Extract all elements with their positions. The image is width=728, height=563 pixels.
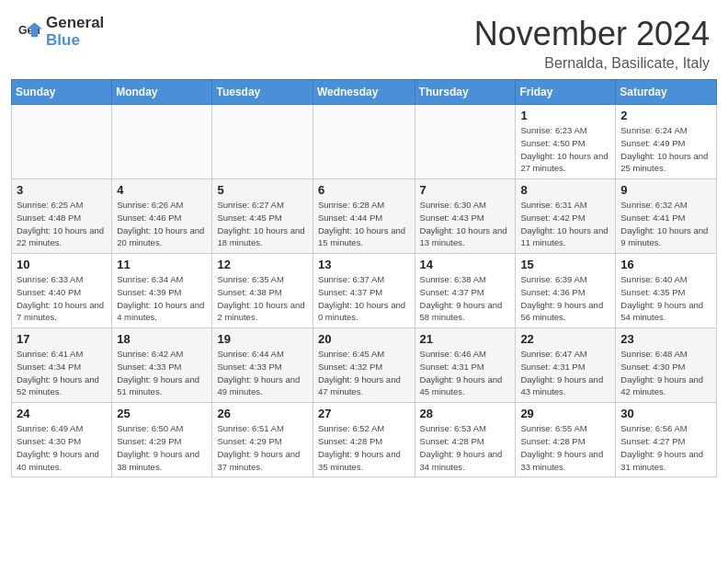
day-info: Sunrise: 6:33 AM Sunset: 4:40 PM Dayligh… <box>17 273 107 324</box>
day-number: 2 <box>620 109 711 122</box>
calendar-title: November 2024 <box>474 15 710 53</box>
day-number: 13 <box>318 258 410 271</box>
day-number: 16 <box>620 258 711 271</box>
day-number: 29 <box>520 407 610 420</box>
day-info: Sunrise: 6:30 AM Sunset: 4:43 PM Dayligh… <box>420 199 511 249</box>
day-number: 7 <box>420 183 511 197</box>
calendar-subtitle: Bernalda, Basilicate, Italy <box>474 55 710 72</box>
calendar-table: SundayMondayTuesdayWednesdayThursdayFrid… <box>11 79 717 477</box>
calendar-cell <box>12 105 112 179</box>
calendar-cell: 1Sunrise: 6:23 AM Sunset: 4:50 PM Daylig… <box>516 105 616 179</box>
day-info: Sunrise: 6:50 AM Sunset: 4:29 PM Dayligh… <box>117 422 207 473</box>
day-number: 19 <box>217 332 307 346</box>
weekday-header-thursday: Thursday <box>415 80 516 105</box>
day-number: 28 <box>420 407 511 420</box>
weekday-header-wednesday: Wednesday <box>313 80 415 105</box>
day-info: Sunrise: 6:42 AM Sunset: 4:33 PM Dayligh… <box>117 348 207 398</box>
day-number: 9 <box>620 183 711 197</box>
day-info: Sunrise: 6:49 AM Sunset: 4:30 PM Dayligh… <box>17 422 107 473</box>
logo-icon: Gen <box>18 19 44 45</box>
day-number: 1 <box>520 109 610 122</box>
calendar-cell: 29Sunrise: 6:55 AM Sunset: 4:28 PM Dayli… <box>516 403 616 477</box>
logo: Gen General Blue <box>18 15 104 49</box>
calendar-cell: 16Sunrise: 6:40 AM Sunset: 4:35 PM Dayli… <box>616 254 717 328</box>
calendar-cell: 8Sunrise: 6:31 AM Sunset: 4:42 PM Daylig… <box>516 179 616 254</box>
calendar-cell: 21Sunrise: 6:46 AM Sunset: 4:31 PM Dayli… <box>415 328 516 403</box>
calendar-cell: 15Sunrise: 6:39 AM Sunset: 4:36 PM Dayli… <box>516 254 616 328</box>
day-number: 25 <box>117 407 207 420</box>
calendar-cell: 2Sunrise: 6:24 AM Sunset: 4:49 PM Daylig… <box>616 105 717 179</box>
weekday-header-tuesday: Tuesday <box>212 80 313 105</box>
day-info: Sunrise: 6:35 AM Sunset: 4:38 PM Dayligh… <box>217 273 307 324</box>
day-number: 22 <box>520 332 610 346</box>
calendar-cell: 30Sunrise: 6:56 AM Sunset: 4:27 PM Dayli… <box>616 403 717 477</box>
day-info: Sunrise: 6:34 AM Sunset: 4:39 PM Dayligh… <box>117 273 207 324</box>
day-number: 14 <box>420 258 511 271</box>
day-info: Sunrise: 6:38 AM Sunset: 4:37 PM Dayligh… <box>420 273 511 324</box>
day-info: Sunrise: 6:28 AM Sunset: 4:44 PM Dayligh… <box>318 199 410 249</box>
calendar-header: SundayMondayTuesdayWednesdayThursdayFrid… <box>12 80 717 105</box>
day-number: 4 <box>117 183 207 197</box>
day-number: 24 <box>17 407 107 420</box>
day-info: Sunrise: 6:27 AM Sunset: 4:45 PM Dayligh… <box>217 199 307 249</box>
weekday-header-sunday: Sunday <box>12 80 112 105</box>
calendar-cell <box>112 105 212 179</box>
day-number: 12 <box>217 258 307 271</box>
calendar-cell <box>212 105 313 179</box>
calendar-week-1: 3Sunrise: 6:25 AM Sunset: 4:48 PM Daylig… <box>12 179 717 254</box>
day-info: Sunrise: 6:25 AM Sunset: 4:48 PM Dayligh… <box>17 199 107 249</box>
day-number: 6 <box>318 183 410 197</box>
day-info: Sunrise: 6:45 AM Sunset: 4:32 PM Dayligh… <box>318 348 410 398</box>
calendar-cell: 14Sunrise: 6:38 AM Sunset: 4:37 PM Dayli… <box>415 254 516 328</box>
day-info: Sunrise: 6:24 AM Sunset: 4:49 PM Dayligh… <box>620 124 711 175</box>
weekday-header-row: SundayMondayTuesdayWednesdayThursdayFrid… <box>12 80 717 105</box>
calendar-cell: 27Sunrise: 6:52 AM Sunset: 4:28 PM Dayli… <box>313 403 415 477</box>
day-info: Sunrise: 6:44 AM Sunset: 4:33 PM Dayligh… <box>217 348 307 398</box>
day-number: 8 <box>520 183 610 197</box>
day-number: 15 <box>520 258 610 271</box>
weekday-header-monday: Monday <box>112 80 212 105</box>
day-info: Sunrise: 6:39 AM Sunset: 4:36 PM Dayligh… <box>520 273 610 324</box>
calendar-cell: 4Sunrise: 6:26 AM Sunset: 4:46 PM Daylig… <box>112 179 212 254</box>
day-number: 20 <box>318 332 410 346</box>
calendar-cell <box>313 105 415 179</box>
day-info: Sunrise: 6:26 AM Sunset: 4:46 PM Dayligh… <box>117 199 207 249</box>
calendar-cell: 7Sunrise: 6:30 AM Sunset: 4:43 PM Daylig… <box>415 179 516 254</box>
calendar-cell: 25Sunrise: 6:50 AM Sunset: 4:29 PM Dayli… <box>112 403 212 477</box>
calendar-cell: 11Sunrise: 6:34 AM Sunset: 4:39 PM Dayli… <box>112 254 212 328</box>
day-number: 10 <box>17 258 107 271</box>
calendar-cell: 6Sunrise: 6:28 AM Sunset: 4:44 PM Daylig… <box>313 179 415 254</box>
page-header: Gen General Blue November 2024 Bernalda,… <box>0 0 728 79</box>
calendar-cell: 5Sunrise: 6:27 AM Sunset: 4:45 PM Daylig… <box>212 179 313 254</box>
calendar-cell: 17Sunrise: 6:41 AM Sunset: 4:34 PM Dayli… <box>12 328 112 403</box>
day-number: 26 <box>217 407 307 420</box>
day-info: Sunrise: 6:23 AM Sunset: 4:50 PM Dayligh… <box>520 124 610 175</box>
day-info: Sunrise: 6:53 AM Sunset: 4:28 PM Dayligh… <box>420 422 511 473</box>
calendar-cell: 10Sunrise: 6:33 AM Sunset: 4:40 PM Dayli… <box>12 254 112 328</box>
calendar-cell: 24Sunrise: 6:49 AM Sunset: 4:30 PM Dayli… <box>12 403 112 477</box>
logo-line2: Blue <box>46 32 104 50</box>
weekday-header-friday: Friday <box>516 80 616 105</box>
calendar-cell: 26Sunrise: 6:51 AM Sunset: 4:29 PM Dayli… <box>212 403 313 477</box>
day-info: Sunrise: 6:40 AM Sunset: 4:35 PM Dayligh… <box>620 273 711 324</box>
calendar-wrapper: SundayMondayTuesdayWednesdayThursdayFrid… <box>0 79 728 488</box>
calendar-cell: 12Sunrise: 6:35 AM Sunset: 4:38 PM Dayli… <box>212 254 313 328</box>
day-number: 23 <box>620 332 711 346</box>
calendar-cell: 18Sunrise: 6:42 AM Sunset: 4:33 PM Dayli… <box>112 328 212 403</box>
day-number: 18 <box>117 332 207 346</box>
title-block: November 2024 Bernalda, Basilicate, Ital… <box>474 15 710 72</box>
day-info: Sunrise: 6:52 AM Sunset: 4:28 PM Dayligh… <box>318 422 410 473</box>
day-number: 11 <box>117 258 207 271</box>
day-number: 27 <box>318 407 410 420</box>
calendar-cell: 28Sunrise: 6:53 AM Sunset: 4:28 PM Dayli… <box>415 403 516 477</box>
calendar-week-3: 17Sunrise: 6:41 AM Sunset: 4:34 PM Dayli… <box>12 328 717 403</box>
day-info: Sunrise: 6:47 AM Sunset: 4:31 PM Dayligh… <box>520 348 610 398</box>
day-info: Sunrise: 6:51 AM Sunset: 4:29 PM Dayligh… <box>217 422 307 473</box>
day-info: Sunrise: 6:56 AM Sunset: 4:27 PM Dayligh… <box>620 422 711 473</box>
day-info: Sunrise: 6:32 AM Sunset: 4:41 PM Dayligh… <box>620 199 711 249</box>
day-number: 30 <box>620 407 711 420</box>
day-info: Sunrise: 6:55 AM Sunset: 4:28 PM Dayligh… <box>520 422 610 473</box>
calendar-cell: 13Sunrise: 6:37 AM Sunset: 4:37 PM Dayli… <box>313 254 415 328</box>
day-info: Sunrise: 6:31 AM Sunset: 4:42 PM Dayligh… <box>520 199 610 249</box>
calendar-cell: 20Sunrise: 6:45 AM Sunset: 4:32 PM Dayli… <box>313 328 415 403</box>
